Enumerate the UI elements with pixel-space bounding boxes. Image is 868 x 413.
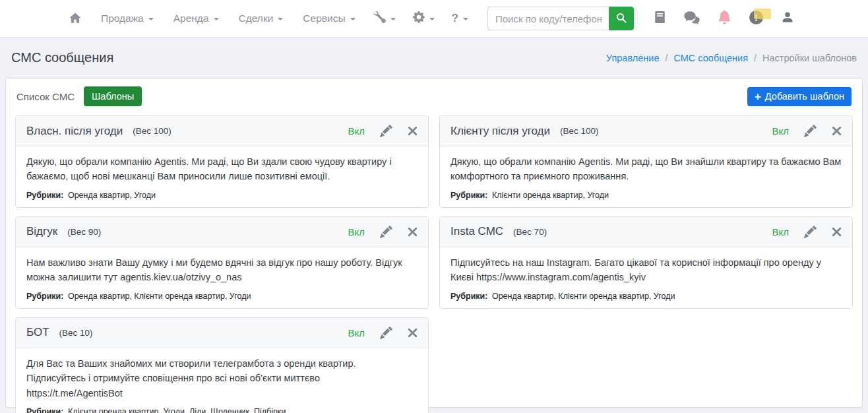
profile-button[interactable] <box>781 11 794 26</box>
template-card-header: Відгук (Вес 90) Вкл <box>16 217 428 247</box>
edit-icon[interactable] <box>380 327 392 339</box>
rubrics-label: Рубрики: <box>26 191 66 200</box>
nav-menu-sdelki[interactable]: Сделки <box>229 13 294 24</box>
help-icon: ? <box>452 12 458 25</box>
template-message: Дякую, що обрали компанію Agentis. Ми ра… <box>450 154 842 184</box>
tab-templates[interactable]: Шаблоны <box>84 86 142 106</box>
template-title: Власн. після угоди <box>26 125 123 138</box>
add-template-button[interactable]: + Добавить шаблон <box>747 87 852 106</box>
template-card-body: Дякую, що обрали компанію Agentis. Ми ра… <box>16 146 428 207</box>
journal-button[interactable] <box>654 11 666 26</box>
template-weight: (Вес 10) <box>59 328 93 338</box>
chevron-down-icon <box>463 18 468 20</box>
card-actions: Вкл <box>348 226 418 238</box>
edit-icon[interactable] <box>380 226 392 238</box>
template-weight: (Вес 100) <box>560 126 599 136</box>
messages-button[interactable] <box>683 11 700 27</box>
breadcrumb-current: Настройки шаблонов <box>762 53 857 63</box>
delete-icon[interactable] <box>832 227 842 237</box>
nav-menu-help[interactable]: ? <box>443 12 477 25</box>
chevron-down-icon <box>278 18 283 20</box>
template-weight: (Вес 70) <box>513 227 547 237</box>
home-button[interactable] <box>66 13 91 24</box>
chevron-down-icon <box>429 18 435 20</box>
template-card-body: Нам важливо знати Вашу думку і ми будемо… <box>16 247 428 308</box>
rubrics-values: Оренда квартир, Клієнти оренда квартир, … <box>492 292 675 301</box>
status-toggle[interactable]: Вкл <box>348 226 365 238</box>
nav-menu-settings[interactable] <box>404 11 443 26</box>
nav-menu-prodazha[interactable]: Продажа <box>91 13 164 24</box>
tab-sms-list[interactable]: Список СМС <box>16 91 75 102</box>
search-icon <box>616 13 627 25</box>
template-message: Дякую, що обрали компанію Agentis. Ми ра… <box>26 154 418 184</box>
delete-icon[interactable] <box>832 126 842 136</box>
template-card: Відгук (Вес 90) Вкл Нам важливо знати Ва… <box>15 216 429 309</box>
cards-column-left: Власн. після угоди (Вес 100) Вкл Дякую, … <box>15 115 429 413</box>
template-message: Нам важливо знати Вашу думку і ми будемо… <box>26 255 418 285</box>
nav-menu-tools[interactable] <box>365 11 404 26</box>
wrench-icon <box>374 11 386 26</box>
home-icon <box>69 13 82 24</box>
template-rubrics: Рубрики: Клієнти оренда квартир, Угоди, … <box>26 407 418 413</box>
delete-icon[interactable] <box>408 126 418 136</box>
search-button[interactable] <box>609 7 634 30</box>
chat-bubbles-icon <box>683 11 700 27</box>
template-title: Клієнту після угоди <box>450 125 550 138</box>
card-actions: Вкл <box>772 125 842 137</box>
template-card-header: Клієнту після угоди (Вес 100) Вкл <box>440 116 852 146</box>
page-title: СМС сообщения <box>11 50 113 65</box>
rubrics-values: Клієнти оренда квартир, Угоди, Ліди, Щод… <box>68 407 286 413</box>
rubrics-label: Рубрики: <box>450 292 490 301</box>
search-input[interactable] <box>487 7 609 30</box>
template-weight: (Вес 100) <box>133 126 171 136</box>
status-toggle[interactable]: Вкл <box>348 327 365 338</box>
notifications-button[interactable] <box>718 10 731 27</box>
template-card: Власн. після угоди (Вес 100) Вкл Дякую, … <box>15 115 429 208</box>
nav-menu-label: Сделки <box>239 13 274 24</box>
bell-icon <box>718 10 731 27</box>
status-toggle[interactable]: Вкл <box>772 125 790 137</box>
nav-menu-label: Продажа <box>101 13 144 24</box>
edit-icon[interactable] <box>804 226 817 238</box>
chevron-down-icon <box>390 18 396 20</box>
template-card-header: Власн. після угоди (Вес 100) Вкл <box>16 116 428 146</box>
template-message: Підписуйтесь на наш Instagram. Багато ці… <box>450 255 842 285</box>
plus-icon: + <box>755 91 761 102</box>
card-actions: Вкл <box>772 226 842 238</box>
rubrics-values: Оренда квартир, Угоди <box>68 191 156 200</box>
template-card-header: Insta СМС (Вес 70) Вкл <box>440 217 852 247</box>
exclamation-circle-icon <box>749 11 763 27</box>
template-rubrics: Рубрики: Клієнти оренда квартир, Угоди <box>450 191 842 200</box>
edit-icon[interactable] <box>804 125 817 137</box>
page-header: СМС сообщения Управление / СМС сообщения… <box>0 38 868 78</box>
status-toggle[interactable]: Вкл <box>772 226 790 238</box>
alerts-button[interactable] <box>749 11 763 27</box>
template-title: Відгук <box>26 225 57 238</box>
status-toggle[interactable]: Вкл <box>348 125 365 137</box>
template-card-header: БОТ (Вес 10) Вкл <box>16 318 428 348</box>
chevron-down-icon <box>214 18 219 20</box>
nav-menu-servisy[interactable]: Сервисы <box>293 13 365 24</box>
template-title: Insta СМС <box>450 225 503 238</box>
delete-icon[interactable] <box>408 328 418 338</box>
rubrics-label: Рубрики: <box>26 407 66 413</box>
template-card-body: Дякую, що обрали компанію Agentis. Ми ра… <box>440 146 852 207</box>
global-search <box>487 7 634 30</box>
rubrics-values: Оренда квартир, Клієнти оренда квартир, … <box>68 292 251 301</box>
delete-icon[interactable] <box>408 227 418 237</box>
template-title: БОТ <box>26 326 49 339</box>
template-rubrics: Рубрики: Оренда квартир, Угоди <box>26 191 418 200</box>
card-actions: Вкл <box>348 125 418 137</box>
add-template-label: Добавить шаблон <box>765 91 844 102</box>
breadcrumb-link-sms[interactable]: СМС сообщения <box>673 53 748 63</box>
template-card-body: Підписуйтесь на наш Instagram. Багато ці… <box>440 247 852 308</box>
template-card: БОТ (Вес 10) Вкл Для Вас та Ваших знайом… <box>15 317 429 413</box>
nav-menu-label: Аренда <box>173 13 209 24</box>
edit-icon[interactable] <box>380 125 392 137</box>
nav-menu-arenda[interactable]: Аренда <box>164 13 229 24</box>
cards-column-right: Клієнту після угоди (Вес 100) Вкл Дякую,… <box>439 115 853 413</box>
rubrics-label: Рубрики: <box>450 191 490 200</box>
breadcrumb-separator: / <box>754 53 757 63</box>
breadcrumb-link-upravlenie[interactable]: Управление <box>606 53 660 63</box>
journal-icon <box>654 11 666 26</box>
